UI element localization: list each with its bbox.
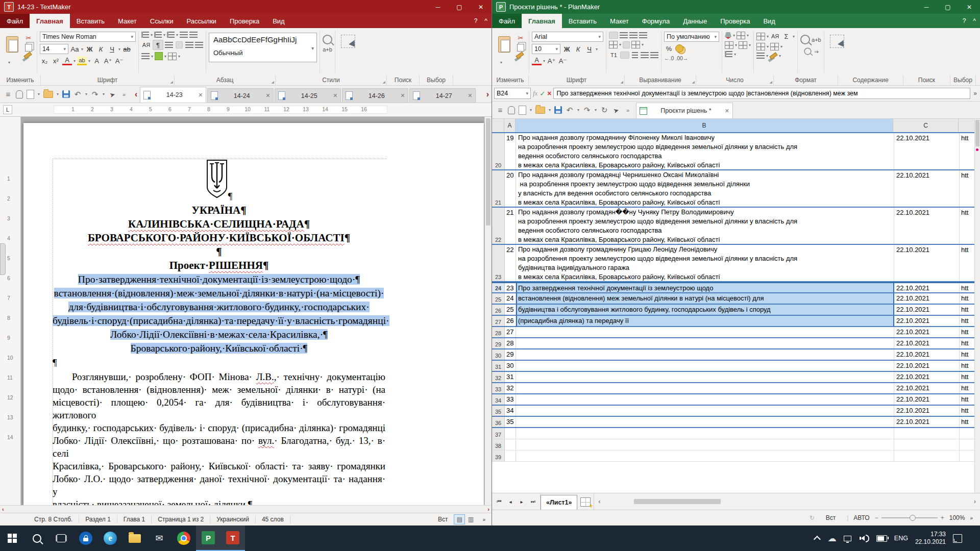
insert-mode-indicator[interactable]: Вст bbox=[820, 514, 842, 522]
wrap-text-button[interactable] bbox=[623, 41, 630, 48]
cell-A22[interactable]: 21 bbox=[505, 208, 516, 244]
row-header-33[interactable]: 33 bbox=[492, 383, 505, 393]
cell-C26[interactable]: 22.10.2021 bbox=[894, 305, 960, 315]
menu-item-Проверка[interactable]: Проверка bbox=[714, 14, 756, 28]
document-tab-14-24[interactable]: 14-24✕ bbox=[207, 88, 274, 103]
multilevel-list-button[interactable] bbox=[167, 32, 175, 38]
row-header-34[interactable]: 34 bbox=[492, 394, 505, 405]
cell-D24[interactable]: htt bbox=[960, 283, 976, 292]
toolbar-overflow-icon[interactable]: » bbox=[120, 89, 128, 99]
horizontal-ruler[interactable]: L 12345678910111213141516 bbox=[0, 103, 492, 117]
row-header-26[interactable]: 26 bbox=[492, 305, 505, 315]
cell-C30[interactable]: 22.10.2021 bbox=[894, 349, 960, 360]
selected-text-line[interactable]: для·будівництва·і·обслуговування·житлово… bbox=[53, 300, 385, 314]
cell-B37[interactable] bbox=[516, 428, 894, 439]
font-size-select[interactable]: 14▾ bbox=[40, 44, 68, 54]
autofit-button[interactable]: Т1 bbox=[609, 51, 619, 60]
copy-button[interactable] bbox=[517, 44, 524, 52]
row-header-22[interactable]: 22 bbox=[492, 208, 505, 244]
dialog-launcher-icon[interactable]: ◢ bbox=[272, 80, 274, 84]
row-header-23[interactable]: 23 bbox=[492, 245, 505, 281]
align-top-button[interactable] bbox=[609, 32, 618, 39]
row-header-24[interactable]: 24 bbox=[492, 283, 505, 292]
taskbar-mail-icon[interactable]: ✉ bbox=[147, 525, 172, 551]
justify-button[interactable] bbox=[195, 42, 203, 48]
subscript-button[interactable]: x₂ bbox=[40, 56, 50, 65]
cell-B29[interactable] bbox=[516, 338, 894, 348]
minimize-button[interactable]: ─ bbox=[916, 0, 937, 14]
sort-button[interactable]: АЯ bbox=[141, 40, 151, 49]
highlight-button[interactable]: ab bbox=[77, 56, 87, 65]
conditional-format-button[interactable] bbox=[739, 41, 747, 49]
document-body-line[interactable]: Лобко· Лідії· Олексіївні,· що· розташова… bbox=[53, 434, 385, 460]
underline-button[interactable]: Ч bbox=[107, 44, 117, 54]
formatting-marks-button[interactable]: ¶ bbox=[153, 40, 163, 50]
select-all-corner[interactable] bbox=[492, 119, 504, 132]
close-tab-icon[interactable]: ✕ bbox=[333, 92, 337, 99]
cell-D39[interactable] bbox=[960, 450, 976, 461]
menu-item-Вид[interactable]: Вид bbox=[266, 14, 291, 28]
page-view-button[interactable]: ▤ bbox=[454, 514, 465, 524]
draft-view-button[interactable]: ▥ bbox=[465, 514, 476, 524]
fill-button[interactable] bbox=[770, 43, 779, 51]
italic-button[interactable]: К bbox=[573, 44, 583, 54]
clear-button[interactable] bbox=[756, 53, 765, 59]
eraser-icon[interactable] bbox=[769, 52, 777, 59]
planmaker-titlebar[interactable]: P Проєкти рішень * - PlanMaker ─ ▢ ✕ bbox=[492, 0, 980, 14]
cell-A39[interactable] bbox=[505, 450, 516, 461]
cell-A36[interactable]: 35 bbox=[505, 417, 516, 427]
action-center-icon[interactable] bbox=[953, 534, 962, 543]
row-header-32[interactable]: 32 bbox=[492, 372, 505, 382]
shading-button[interactable] bbox=[155, 52, 163, 60]
row-header-37[interactable]: 37 bbox=[492, 428, 505, 439]
sidebar-toggle-icon[interactable]: ≡ bbox=[496, 105, 504, 115]
fill-color-button[interactable] bbox=[725, 32, 731, 39]
cell-C20[interactable]: 22.10.2021 bbox=[894, 133, 960, 169]
cell-D33[interactable]: htt bbox=[960, 383, 976, 393]
cell-reference-box[interactable]: B24▾ bbox=[494, 88, 531, 99]
cell-D36[interactable]: htt bbox=[960, 417, 976, 427]
decrease-indent-button[interactable] bbox=[189, 32, 198, 38]
taskbar-planmaker-icon[interactable]: P bbox=[196, 525, 220, 551]
document-heading-line[interactable]: ¶ bbox=[53, 245, 385, 259]
sort-filter-button[interactable]: АЯ bbox=[770, 32, 780, 41]
cell-D27[interactable]: htt bbox=[960, 316, 976, 326]
minimize-button[interactable]: ─ bbox=[427, 0, 449, 14]
font-name-select[interactable]: Arial▾ bbox=[532, 32, 603, 42]
menu-item-Ссылки[interactable]: Ссылки bbox=[143, 14, 180, 28]
cell-C31[interactable]: 22.10.2021 bbox=[894, 361, 960, 371]
column-header-B[interactable]: B bbox=[516, 119, 893, 132]
cell-B28[interactable] bbox=[516, 327, 894, 337]
cut-button[interactable]: ✂ bbox=[24, 34, 33, 42]
collapse-ribbon-icon[interactable]: ^ bbox=[973, 17, 976, 24]
workbook-tab[interactable]: Проєкти рішень * ✕ bbox=[636, 103, 733, 118]
document-heading-line[interactable]: БРОВАРСЬКОГО·РАЙОНУ·КИЇВСЬКОЇ·ОБЛАСТІ¶ bbox=[53, 231, 385, 245]
menu-item-Формула[interactable]: Формула bbox=[635, 14, 676, 28]
cell-B30[interactable] bbox=[516, 349, 894, 360]
menu-item-Вставить[interactable]: Вставить bbox=[70, 14, 111, 28]
menu-item-Проверка[interactable]: Проверка bbox=[223, 14, 266, 28]
menu-item-Файл[interactable]: Файл bbox=[492, 14, 522, 28]
dialog-launcher-icon[interactable]: ◢ bbox=[770, 80, 772, 84]
close-button[interactable]: ✕ bbox=[959, 0, 980, 14]
select-tool-icon[interactable] bbox=[341, 35, 355, 48]
cell-B23[interactable]: Про надання дозволу громадянину Грицаю Л… bbox=[516, 245, 894, 281]
font-color-button[interactable]: А bbox=[62, 56, 72, 65]
zoom-level[interactable]: 100% bbox=[949, 514, 965, 521]
text-direction-button[interactable] bbox=[639, 32, 647, 38]
cell-B39[interactable] bbox=[516, 450, 894, 461]
line-spacing-button[interactable] bbox=[141, 53, 150, 59]
tab-scroll-right[interactable]: › bbox=[484, 86, 492, 103]
cell-B25[interactable]: встановлення (відновлення) меж земельної… bbox=[516, 293, 894, 304]
first-sheet-button[interactable]: ⏮ bbox=[494, 496, 504, 507]
row-header-25[interactable]: 25 bbox=[492, 293, 505, 304]
document-body-line[interactable]: власність· вищезазначеної· земельної· ді… bbox=[53, 498, 385, 505]
align-left-button[interactable] bbox=[165, 42, 173, 48]
dialog-launcher-icon[interactable]: ◢ bbox=[383, 80, 385, 84]
cell-C24[interactable]: 22.10.2021 bbox=[894, 283, 960, 292]
menu-item-Главная[interactable]: Главная bbox=[30, 14, 70, 28]
cell-B33[interactable] bbox=[516, 383, 894, 393]
maximize-button[interactable]: ▢ bbox=[449, 0, 470, 14]
borders-button[interactable] bbox=[168, 53, 177, 60]
cut-button[interactable]: ✂ bbox=[516, 34, 525, 42]
